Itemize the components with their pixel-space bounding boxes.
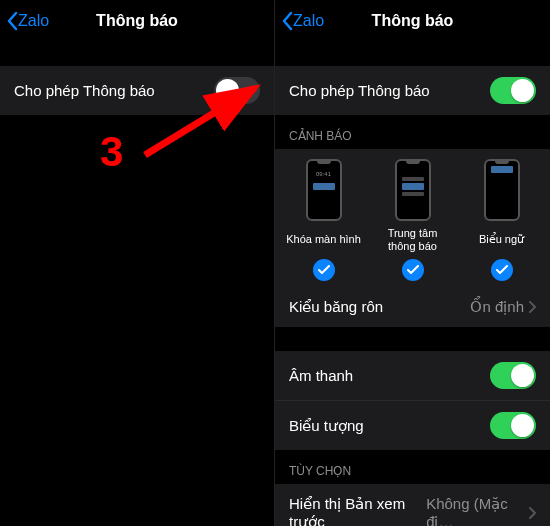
back-label: Zalo xyxy=(293,12,324,30)
back-button[interactable]: Zalo xyxy=(275,11,324,31)
check-icon xyxy=(318,265,330,275)
banner-style-value: Ổn định xyxy=(470,298,524,316)
allow-notifications-toggle[interactable] xyxy=(214,77,260,104)
alert-style-check[interactable] xyxy=(402,259,424,281)
chevron-right-icon xyxy=(528,299,536,316)
options-section-header: TÙY CHỌN xyxy=(275,450,550,484)
badge-label: Biểu tượng xyxy=(289,417,364,435)
check-icon xyxy=(407,265,419,275)
banner-style-label: Kiểu băng rôn xyxy=(289,298,383,316)
alert-style-check[interactable] xyxy=(313,259,335,281)
allow-notifications-row[interactable]: Cho phép Thông báo xyxy=(0,66,274,115)
alerts-section-header: CẢNH BÁO xyxy=(275,115,550,149)
settings-panel-after: Zalo Thông báo Cho phép Thông báo CẢNH B… xyxy=(275,0,550,526)
alert-style-notification-center[interactable]: Trung tâm thông báo xyxy=(373,159,453,281)
preview-value: Không (Mặc đị… xyxy=(426,495,524,526)
banner-preview-icon xyxy=(484,159,520,221)
alert-style-label: Biểu ngữ xyxy=(479,227,524,253)
check-icon xyxy=(496,265,508,275)
notification-center-preview-icon xyxy=(395,159,431,221)
back-button[interactable]: Zalo xyxy=(0,11,49,31)
allow-notifications-label: Cho phép Thông báo xyxy=(14,82,155,99)
sound-row[interactable]: Âm thanh xyxy=(275,351,550,400)
lockscreen-preview-icon: 09:41 xyxy=(306,159,342,221)
chevron-left-icon xyxy=(6,11,18,31)
sound-label: Âm thanh xyxy=(289,367,353,384)
chevron-right-icon xyxy=(528,505,536,522)
settings-panel-before: Zalo Thông báo Cho phép Thông báo 3 xyxy=(0,0,275,526)
chevron-left-icon xyxy=(281,11,293,31)
allow-notifications-label: Cho phép Thông báo xyxy=(289,82,430,99)
alert-styles-container: 09:41 Khóa màn hình Trung tâm thông báo xyxy=(275,149,550,287)
badge-row[interactable]: Biểu tượng xyxy=(275,400,550,450)
alert-style-lockscreen[interactable]: 09:41 Khóa màn hình xyxy=(284,159,364,281)
back-label: Zalo xyxy=(18,12,49,30)
sound-toggle[interactable] xyxy=(490,362,536,389)
allow-notifications-toggle[interactable] xyxy=(490,77,536,104)
annotation-step-number: 3 xyxy=(100,128,123,176)
badge-toggle[interactable] xyxy=(490,412,536,439)
alert-style-label: Khóa màn hình xyxy=(286,227,361,253)
header: Zalo Thông báo xyxy=(0,0,274,42)
preview-label: Hiển thị Bản xem trước xyxy=(289,495,426,526)
header: Zalo Thông báo xyxy=(275,0,550,42)
allow-notifications-row[interactable]: Cho phép Thông báo xyxy=(275,66,550,115)
alert-style-banner[interactable]: Biểu ngữ xyxy=(462,159,542,281)
alert-style-label: Trung tâm thông báo xyxy=(373,227,453,253)
banner-style-row[interactable]: Kiểu băng rôn Ổn định xyxy=(275,287,550,327)
preview-row[interactable]: Hiển thị Bản xem trước Không (Mặc đị… xyxy=(275,484,550,526)
alert-style-check[interactable] xyxy=(491,259,513,281)
